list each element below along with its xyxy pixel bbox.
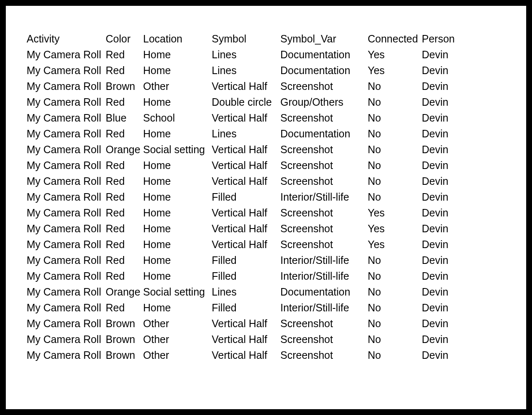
table-cell: No (368, 331, 422, 347)
table-cell: Devin (422, 268, 510, 284)
table-cell: Screenshot (280, 142, 368, 157)
table-cell: Devin (422, 331, 510, 347)
table-head: ActivityColorLocationSymbolSymbol_VarCon… (27, 31, 510, 47)
table-cell: Yes (368, 47, 422, 62)
table-cell: No (368, 300, 422, 316)
column-header: Location (143, 31, 212, 47)
table-cell: Vertical Half (212, 173, 280, 189)
table-cell: Brown (106, 78, 143, 94)
table-cell: No (368, 284, 422, 300)
table-cell: Brown (106, 316, 143, 331)
table-cell: Screenshot (280, 221, 368, 236)
table-cell: Red (106, 268, 143, 284)
table-cell: Devin (422, 94, 510, 110)
table-row: My Camera RollOrangeSocial settingVertic… (27, 142, 510, 157)
table-row: My Camera RollOrangeSocial settingLinesD… (27, 284, 510, 300)
table-cell: Lines (212, 62, 280, 78)
table-cell: My Camera Roll (27, 284, 106, 300)
table-cell: Social setting (143, 142, 212, 157)
document-page: ActivityColorLocationSymbolSymbol_VarCon… (6, 6, 526, 409)
table-cell: Devin (422, 47, 510, 62)
table-cell: Devin (422, 252, 510, 268)
table-cell: Red (106, 252, 143, 268)
table-row: My Camera RollBrownOtherVertical HalfScr… (27, 78, 510, 94)
data-table: ActivityColorLocationSymbolSymbol_VarCon… (27, 31, 510, 363)
table-cell: Blue (106, 110, 143, 126)
table-cell: No (368, 157, 422, 173)
table-cell: Devin (422, 142, 510, 157)
table-cell: Home (143, 236, 212, 252)
table-cell: Home (143, 126, 212, 142)
table-cell: Lines (212, 47, 280, 62)
table-cell: My Camera Roll (27, 221, 106, 236)
table-cell: My Camera Roll (27, 331, 106, 347)
table-row: My Camera RollRedHomeFilledInterior/Stil… (27, 252, 510, 268)
table-cell: No (368, 316, 422, 331)
table-cell: Red (106, 94, 143, 110)
table-cell: Vertical Half (212, 110, 280, 126)
table-row: My Camera RollRedHomeLinesDocumentationY… (27, 62, 510, 78)
table-cell: Lines (212, 126, 280, 142)
table-cell: Red (106, 221, 143, 236)
column-header: Person (422, 31, 510, 47)
table-cell: Red (106, 173, 143, 189)
table-cell: Interior/Still-life (280, 189, 368, 205)
table-cell: Interior/Still-life (280, 252, 368, 268)
table-cell: Yes (368, 62, 422, 78)
table-row: My Camera RollRedHomeLinesDocumentationN… (27, 126, 510, 142)
table-cell: Home (143, 205, 212, 221)
table-cell: Home (143, 268, 212, 284)
table-cell: Documentation (280, 284, 368, 300)
table-cell: Home (143, 189, 212, 205)
table-cell: Red (106, 62, 143, 78)
table-cell: Vertical Half (212, 316, 280, 331)
table-cell: My Camera Roll (27, 189, 106, 205)
table-cell: Red (106, 205, 143, 221)
table-row: My Camera RollRedHomeLinesDocumentationY… (27, 47, 510, 62)
table-cell: Devin (422, 221, 510, 236)
table-cell: My Camera Roll (27, 94, 106, 110)
table-row: My Camera RollBrownOtherVertical HalfScr… (27, 316, 510, 331)
column-header: Symbol (212, 31, 280, 47)
table-cell: Screenshot (280, 78, 368, 94)
table-cell: Home (143, 221, 212, 236)
table-row: My Camera RollRedHomeVertical HalfScreen… (27, 236, 510, 252)
table-cell: Screenshot (280, 347, 368, 363)
table-cell: Other (143, 331, 212, 347)
table-cell: My Camera Roll (27, 173, 106, 189)
table-cell: Screenshot (280, 157, 368, 173)
table-cell: Vertical Half (212, 347, 280, 363)
table-cell: My Camera Roll (27, 316, 106, 331)
table-cell: Screenshot (280, 316, 368, 331)
table-cell: Vertical Half (212, 331, 280, 347)
table-cell: Group/Others (280, 94, 368, 110)
table-cell: Devin (422, 347, 510, 363)
table-cell: My Camera Roll (27, 142, 106, 157)
table-cell: Screenshot (280, 173, 368, 189)
table-cell: Social setting (143, 284, 212, 300)
table-row: My Camera RollRedHomeFilledInterior/Stil… (27, 189, 510, 205)
table-cell: Devin (422, 284, 510, 300)
table-cell: No (368, 78, 422, 94)
table-cell: Devin (422, 126, 510, 142)
table-cell: Vertical Half (212, 142, 280, 157)
table-cell: No (368, 142, 422, 157)
table-cell: Other (143, 78, 212, 94)
table-cell: Devin (422, 300, 510, 316)
table-cell: No (368, 110, 422, 126)
table-row: My Camera RollRedHomeVertical HalfScreen… (27, 205, 510, 221)
table-cell: Documentation (280, 126, 368, 142)
table-cell: Red (106, 47, 143, 62)
table-cell: Red (106, 157, 143, 173)
table-cell: My Camera Roll (27, 300, 106, 316)
column-header: Symbol_Var (280, 31, 368, 47)
table-cell: No (368, 189, 422, 205)
table-cell: Documentation (280, 62, 368, 78)
column-header: Color (106, 31, 143, 47)
table-cell: Home (143, 157, 212, 173)
table-row: My Camera RollBrownOtherVertical HalfScr… (27, 331, 510, 347)
table-cell: Devin (422, 110, 510, 126)
table-cell: No (368, 173, 422, 189)
table-cell: My Camera Roll (27, 268, 106, 284)
table-cell: Home (143, 47, 212, 62)
